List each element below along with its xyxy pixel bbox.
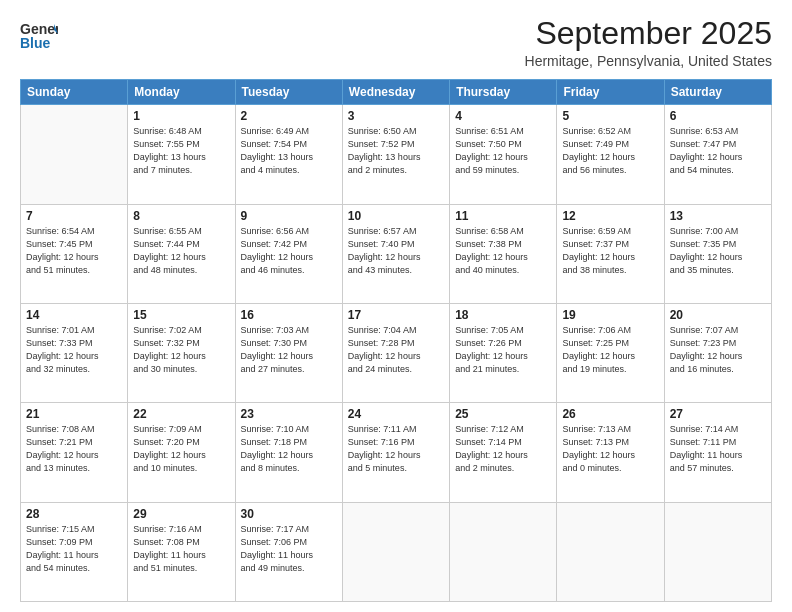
logo-icon: General Blue: [20, 16, 58, 54]
title-section: September 2025 Hermitage, Pennsylvania, …: [525, 16, 772, 69]
table-row: 4Sunrise: 6:51 AMSunset: 7:50 PMDaylight…: [450, 105, 557, 204]
day-info: Sunrise: 7:10 AMSunset: 7:18 PMDaylight:…: [241, 423, 337, 475]
day-number: 11: [455, 209, 551, 223]
table-row: 21Sunrise: 7:08 AMSunset: 7:21 PMDayligh…: [21, 403, 128, 502]
day-info: Sunrise: 7:09 AMSunset: 7:20 PMDaylight:…: [133, 423, 229, 475]
day-info: Sunrise: 6:56 AMSunset: 7:42 PMDaylight:…: [241, 225, 337, 277]
day-number: 8: [133, 209, 229, 223]
day-number: 14: [26, 308, 122, 322]
day-number: 30: [241, 507, 337, 521]
table-row: 14Sunrise: 7:01 AMSunset: 7:33 PMDayligh…: [21, 303, 128, 402]
day-number: 9: [241, 209, 337, 223]
table-row: [342, 502, 449, 601]
col-tuesday: Tuesday: [235, 80, 342, 105]
day-number: 12: [562, 209, 658, 223]
table-row: 15Sunrise: 7:02 AMSunset: 7:32 PMDayligh…: [128, 303, 235, 402]
day-info: Sunrise: 7:03 AMSunset: 7:30 PMDaylight:…: [241, 324, 337, 376]
day-number: 10: [348, 209, 444, 223]
calendar-week-row: 1Sunrise: 6:48 AMSunset: 7:55 PMDaylight…: [21, 105, 772, 204]
location: Hermitage, Pennsylvania, United States: [525, 53, 772, 69]
table-row: [21, 105, 128, 204]
day-number: 27: [670, 407, 766, 421]
table-row: 13Sunrise: 7:00 AMSunset: 7:35 PMDayligh…: [664, 204, 771, 303]
day-info: Sunrise: 7:04 AMSunset: 7:28 PMDaylight:…: [348, 324, 444, 376]
table-row: 25Sunrise: 7:12 AMSunset: 7:14 PMDayligh…: [450, 403, 557, 502]
table-row: 19Sunrise: 7:06 AMSunset: 7:25 PMDayligh…: [557, 303, 664, 402]
table-row: 10Sunrise: 6:57 AMSunset: 7:40 PMDayligh…: [342, 204, 449, 303]
day-number: 29: [133, 507, 229, 521]
day-number: 25: [455, 407, 551, 421]
table-row: 11Sunrise: 6:58 AMSunset: 7:38 PMDayligh…: [450, 204, 557, 303]
day-number: 22: [133, 407, 229, 421]
day-number: 20: [670, 308, 766, 322]
day-number: 19: [562, 308, 658, 322]
day-info: Sunrise: 7:00 AMSunset: 7:35 PMDaylight:…: [670, 225, 766, 277]
table-row: 29Sunrise: 7:16 AMSunset: 7:08 PMDayligh…: [128, 502, 235, 601]
day-info: Sunrise: 6:48 AMSunset: 7:55 PMDaylight:…: [133, 125, 229, 177]
col-thursday: Thursday: [450, 80, 557, 105]
svg-text:Blue: Blue: [20, 35, 51, 51]
table-row: 27Sunrise: 7:14 AMSunset: 7:11 PMDayligh…: [664, 403, 771, 502]
day-number: 17: [348, 308, 444, 322]
table-row: 24Sunrise: 7:11 AMSunset: 7:16 PMDayligh…: [342, 403, 449, 502]
day-number: 5: [562, 109, 658, 123]
day-info: Sunrise: 6:53 AMSunset: 7:47 PMDaylight:…: [670, 125, 766, 177]
table-row: 3Sunrise: 6:50 AMSunset: 7:52 PMDaylight…: [342, 105, 449, 204]
logo: General Blue: [20, 16, 58, 54]
table-row: [664, 502, 771, 601]
day-info: Sunrise: 7:13 AMSunset: 7:13 PMDaylight:…: [562, 423, 658, 475]
day-number: 15: [133, 308, 229, 322]
calendar-week-row: 28Sunrise: 7:15 AMSunset: 7:09 PMDayligh…: [21, 502, 772, 601]
table-row: 9Sunrise: 6:56 AMSunset: 7:42 PMDaylight…: [235, 204, 342, 303]
day-number: 18: [455, 308, 551, 322]
table-row: [450, 502, 557, 601]
day-number: 4: [455, 109, 551, 123]
day-info: Sunrise: 7:05 AMSunset: 7:26 PMDaylight:…: [455, 324, 551, 376]
day-info: Sunrise: 7:11 AMSunset: 7:16 PMDaylight:…: [348, 423, 444, 475]
day-info: Sunrise: 6:50 AMSunset: 7:52 PMDaylight:…: [348, 125, 444, 177]
page: General Blue September 2025 Hermitage, P…: [0, 0, 792, 612]
table-row: 18Sunrise: 7:05 AMSunset: 7:26 PMDayligh…: [450, 303, 557, 402]
day-info: Sunrise: 7:16 AMSunset: 7:08 PMDaylight:…: [133, 523, 229, 575]
col-wednesday: Wednesday: [342, 80, 449, 105]
table-row: 22Sunrise: 7:09 AMSunset: 7:20 PMDayligh…: [128, 403, 235, 502]
day-info: Sunrise: 6:55 AMSunset: 7:44 PMDaylight:…: [133, 225, 229, 277]
table-row: 20Sunrise: 7:07 AMSunset: 7:23 PMDayligh…: [664, 303, 771, 402]
table-row: 5Sunrise: 6:52 AMSunset: 7:49 PMDaylight…: [557, 105, 664, 204]
day-number: 21: [26, 407, 122, 421]
col-monday: Monday: [128, 80, 235, 105]
table-row: 12Sunrise: 6:59 AMSunset: 7:37 PMDayligh…: [557, 204, 664, 303]
day-info: Sunrise: 6:51 AMSunset: 7:50 PMDaylight:…: [455, 125, 551, 177]
day-info: Sunrise: 6:52 AMSunset: 7:49 PMDaylight:…: [562, 125, 658, 177]
day-info: Sunrise: 7:12 AMSunset: 7:14 PMDaylight:…: [455, 423, 551, 475]
day-number: 3: [348, 109, 444, 123]
day-number: 1: [133, 109, 229, 123]
table-row: 1Sunrise: 6:48 AMSunset: 7:55 PMDaylight…: [128, 105, 235, 204]
day-number: 26: [562, 407, 658, 421]
day-number: 7: [26, 209, 122, 223]
table-row: [557, 502, 664, 601]
table-row: 17Sunrise: 7:04 AMSunset: 7:28 PMDayligh…: [342, 303, 449, 402]
day-number: 13: [670, 209, 766, 223]
table-row: 2Sunrise: 6:49 AMSunset: 7:54 PMDaylight…: [235, 105, 342, 204]
table-row: 6Sunrise: 6:53 AMSunset: 7:47 PMDaylight…: [664, 105, 771, 204]
day-info: Sunrise: 6:58 AMSunset: 7:38 PMDaylight:…: [455, 225, 551, 277]
calendar-week-row: 14Sunrise: 7:01 AMSunset: 7:33 PMDayligh…: [21, 303, 772, 402]
day-info: Sunrise: 7:17 AMSunset: 7:06 PMDaylight:…: [241, 523, 337, 575]
day-info: Sunrise: 6:54 AMSunset: 7:45 PMDaylight:…: [26, 225, 122, 277]
day-number: 6: [670, 109, 766, 123]
col-friday: Friday: [557, 80, 664, 105]
day-info: Sunrise: 7:08 AMSunset: 7:21 PMDaylight:…: [26, 423, 122, 475]
day-number: 23: [241, 407, 337, 421]
table-row: 30Sunrise: 7:17 AMSunset: 7:06 PMDayligh…: [235, 502, 342, 601]
table-row: 26Sunrise: 7:13 AMSunset: 7:13 PMDayligh…: [557, 403, 664, 502]
col-saturday: Saturday: [664, 80, 771, 105]
day-number: 24: [348, 407, 444, 421]
col-sunday: Sunday: [21, 80, 128, 105]
day-info: Sunrise: 7:06 AMSunset: 7:25 PMDaylight:…: [562, 324, 658, 376]
calendar-header-row: Sunday Monday Tuesday Wednesday Thursday…: [21, 80, 772, 105]
day-info: Sunrise: 6:57 AMSunset: 7:40 PMDaylight:…: [348, 225, 444, 277]
day-info: Sunrise: 7:07 AMSunset: 7:23 PMDaylight:…: [670, 324, 766, 376]
day-number: 2: [241, 109, 337, 123]
month-title: September 2025: [525, 16, 772, 51]
